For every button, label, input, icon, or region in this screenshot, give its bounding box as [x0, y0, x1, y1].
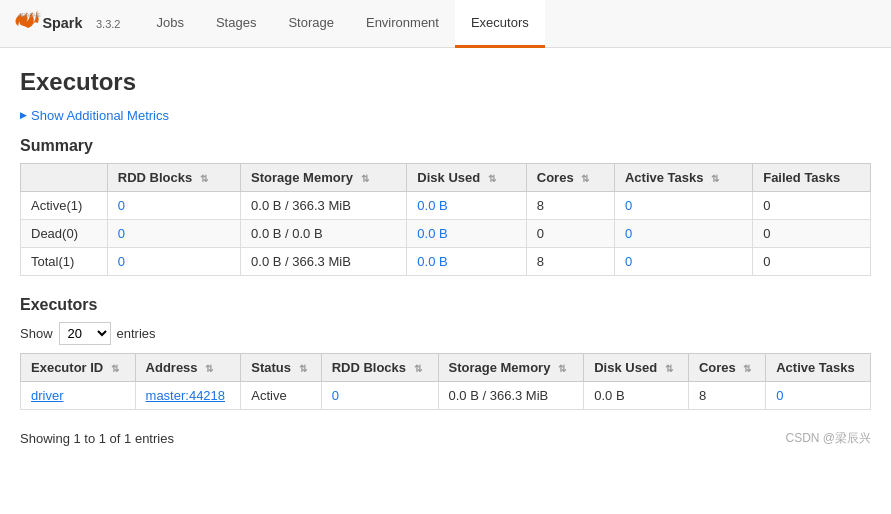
table-row: driver master:44218 Active 0 0.0 B / 366… — [21, 381, 871, 409]
row-disk: 0.0 B — [407, 191, 526, 219]
exec-col-rdd: RDD Blocks ⇅ — [321, 353, 438, 381]
executors-section-title: Executors — [20, 296, 871, 314]
row-active-tasks: 0 — [614, 191, 752, 219]
page-title: Executors — [20, 68, 871, 96]
version-label: 3.3.2 — [96, 18, 120, 30]
nav-tab-storage[interactable]: Storage — [272, 0, 350, 48]
nav-tabs: Jobs Stages Storage Environment Executor… — [140, 0, 544, 48]
nav-tab-jobs-link[interactable]: Jobs — [140, 0, 199, 48]
sort-icon-exec-rdd[interactable]: ⇅ — [414, 363, 422, 374]
sort-icon-disk[interactable]: ⇅ — [488, 173, 496, 184]
sort-icon-active-tasks[interactable]: ⇅ — [711, 173, 719, 184]
exec-row-disk: 0.0 B — [584, 381, 689, 409]
main-content: Executors Show Additional Metrics Summar… — [0, 48, 891, 467]
row-disk: 0.0 B — [407, 247, 526, 275]
summary-col-storage: Storage Memory ⇅ — [241, 163, 407, 191]
nav-tab-stages[interactable]: Stages — [200, 0, 272, 48]
entries-select[interactable]: 10202550100 — [59, 322, 111, 345]
exec-row-storage: 0.0 B / 366.3 MiB — [438, 381, 584, 409]
exec-col-id: Executor ID ⇅ — [21, 353, 136, 381]
nav-tab-executors-link[interactable]: Executors — [455, 0, 545, 48]
summary-col-label — [21, 163, 108, 191]
row-label: Total(1) — [21, 247, 108, 275]
nav-tab-jobs[interactable]: Jobs — [140, 0, 199, 48]
exec-row-active-tasks: 0 — [766, 381, 871, 409]
row-failed-tasks: 0 — [753, 247, 871, 275]
summary-col-rdd: RDD Blocks ⇅ — [107, 163, 240, 191]
sort-icon-cores[interactable]: ⇅ — [581, 173, 589, 184]
nav-tab-stages-link[interactable]: Stages — [200, 0, 272, 48]
entries-label: entries — [117, 326, 156, 341]
sort-icon-exec-storage[interactable]: ⇅ — [558, 363, 566, 374]
row-active-tasks: 0 — [614, 219, 752, 247]
table-row: Active(1) 0 0.0 B / 366.3 MiB 0.0 B 8 0 … — [21, 191, 871, 219]
exec-col-address: Address ⇅ — [135, 353, 241, 381]
row-active-tasks: 0 — [614, 247, 752, 275]
row-cores: 8 — [526, 191, 614, 219]
row-cores: 8 — [526, 247, 614, 275]
row-cores: 0 — [526, 219, 614, 247]
watermark: CSDN @梁辰兴 — [785, 430, 871, 447]
show-entries-row: Show 10202550100 entries — [20, 322, 871, 345]
row-disk: 0.0 B — [407, 219, 526, 247]
svg-text:Spark: Spark — [42, 15, 83, 31]
summary-title: Summary — [20, 137, 871, 155]
nav-tab-executors[interactable]: Executors — [455, 0, 545, 48]
show-label: Show — [20, 326, 53, 341]
sort-icon-exec-disk[interactable]: ⇅ — [665, 363, 673, 374]
exec-col-status: Status ⇅ — [241, 353, 321, 381]
show-metrics-link[interactable]: Show Additional Metrics — [20, 108, 169, 123]
row-storage: 0.0 B / 0.0 B — [241, 219, 407, 247]
svg-text:APACHE: APACHE — [18, 11, 41, 17]
exec-row-id: driver — [21, 381, 136, 409]
sort-icon-address[interactable]: ⇅ — [205, 363, 213, 374]
nav-tab-storage-link[interactable]: Storage — [272, 0, 350, 48]
summary-col-cores: Cores ⇅ — [526, 163, 614, 191]
row-rdd: 0 — [107, 247, 240, 275]
sort-icon-status[interactable]: ⇅ — [299, 363, 307, 374]
sort-icon-storage[interactable]: ⇅ — [361, 173, 369, 184]
exec-col-disk: Disk Used ⇅ — [584, 353, 689, 381]
exec-row-address: master:44218 — [135, 381, 241, 409]
summary-col-active-tasks: Active Tasks ⇅ — [614, 163, 752, 191]
exec-col-active-tasks: Active Tasks — [766, 353, 871, 381]
executors-table: Executor ID ⇅ Address ⇅ Status ⇅ RDD Blo… — [20, 353, 871, 410]
nav-tab-environment-link[interactable]: Environment — [350, 0, 455, 48]
sort-icon-rdd[interactable]: ⇅ — [200, 173, 208, 184]
brand: Spark APACHE 3.3.2 — [12, 7, 120, 41]
exec-row-cores: 8 — [688, 381, 765, 409]
exec-col-storage: Storage Memory ⇅ — [438, 353, 584, 381]
table-row: Dead(0) 0 0.0 B / 0.0 B 0.0 B 0 0 0 — [21, 219, 871, 247]
table-footer: Showing 1 to 1 of 1 entries CSDN @梁辰兴 — [20, 430, 871, 447]
spark-logo: Spark APACHE — [12, 7, 92, 41]
nav-tab-environment[interactable]: Environment — [350, 0, 455, 48]
table-row: Total(1) 0 0.0 B / 366.3 MiB 0.0 B 8 0 0 — [21, 247, 871, 275]
exec-row-status: Active — [241, 381, 321, 409]
row-storage: 0.0 B / 366.3 MiB — [241, 247, 407, 275]
row-label: Active(1) — [21, 191, 108, 219]
exec-col-cores: Cores ⇅ — [688, 353, 765, 381]
sort-icon-exec-cores[interactable]: ⇅ — [743, 363, 751, 374]
sort-icon-exec-id[interactable]: ⇅ — [111, 363, 119, 374]
summary-col-failed-tasks: Failed Tasks — [753, 163, 871, 191]
summary-col-disk: Disk Used ⇅ — [407, 163, 526, 191]
row-label: Dead(0) — [21, 219, 108, 247]
summary-table: RDD Blocks ⇅ Storage Memory ⇅ Disk Used … — [20, 163, 871, 276]
row-storage: 0.0 B / 366.3 MiB — [241, 191, 407, 219]
navbar: Spark APACHE 3.3.2 Jobs Stages Storage E… — [0, 0, 891, 48]
row-rdd: 0 — [107, 191, 240, 219]
exec-row-rdd: 0 — [321, 381, 438, 409]
showing-entries: Showing 1 to 1 of 1 entries — [20, 431, 174, 446]
row-rdd: 0 — [107, 219, 240, 247]
row-failed-tasks: 0 — [753, 191, 871, 219]
row-failed-tasks: 0 — [753, 219, 871, 247]
